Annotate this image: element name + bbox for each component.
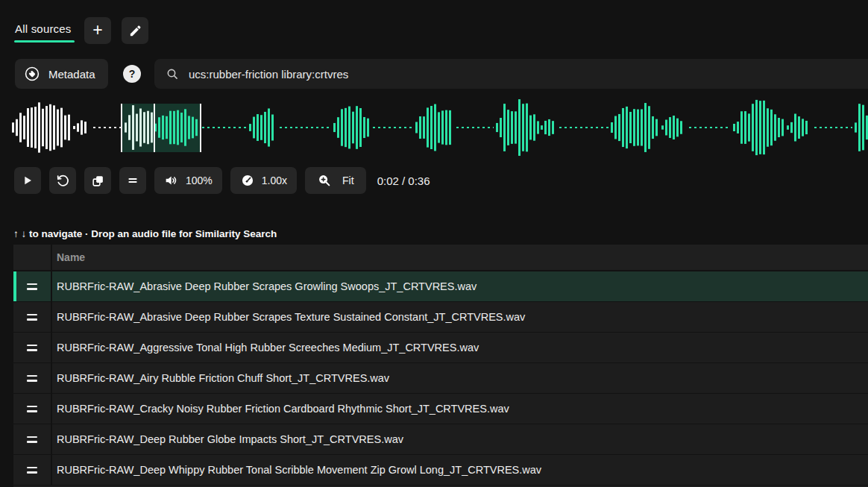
play-button[interactable] xyxy=(14,167,41,194)
search-icon xyxy=(165,66,180,81)
drag-handle-icon xyxy=(27,375,37,377)
drag-handle-icon xyxy=(27,283,37,286)
row-drag-handle[interactable] xyxy=(13,271,52,301)
metadata-filter-button[interactable]: Metadata xyxy=(15,59,108,89)
file-name: RUBRFric-RAW_Deep Whippy Rubber Tonal Sc… xyxy=(57,464,541,476)
speedometer-icon xyxy=(240,173,255,188)
search-bar xyxy=(154,59,868,89)
handle-column-header xyxy=(13,245,52,270)
volume-value: 100% xyxy=(186,175,213,186)
add-source-button[interactable]: + xyxy=(84,17,111,44)
drag-handle-icon xyxy=(27,467,37,469)
column-header-name[interactable]: Name xyxy=(52,245,868,270)
drag-handle-icon xyxy=(27,345,37,347)
file-name: RUBRFric-RAW_Cracky Noisy Rubber Frictio… xyxy=(57,403,509,415)
table-row[interactable]: RUBRFric-RAW_Cracky Noisy Rubber Frictio… xyxy=(13,394,868,424)
navigation-hint: ↑ ↓ to navigate · Drop an audio file for… xyxy=(13,228,277,239)
table-row[interactable]: RUBRFric-RAW_Deep Rubber Globe Impacts S… xyxy=(13,424,868,454)
equals-icon xyxy=(126,174,139,187)
tab-all-sources[interactable]: All sources xyxy=(15,22,72,35)
help-button[interactable]: ? xyxy=(123,65,141,83)
time-display: 0:02 / 0:36 xyxy=(377,175,430,187)
drag-handle-icon xyxy=(27,436,37,439)
table-body: RUBRFric-RAW_Abrasive Deep Rubber Scrape… xyxy=(13,271,868,487)
row-drag-handle[interactable] xyxy=(13,302,52,332)
file-name: RUBRFric-RAW_Airy Rubble Friction Chuff … xyxy=(57,372,389,384)
zoom-in-icon xyxy=(317,173,332,188)
playback-speed-button[interactable]: 1.00x xyxy=(230,167,297,194)
row-drag-handle[interactable] xyxy=(13,333,52,362)
table-row[interactable]: RUBRFric-RAW_Abrasive Deep Rubber Scrape… xyxy=(13,271,868,301)
plus-icon: + xyxy=(92,22,102,39)
table-row[interactable]: RUBRFric-RAW_Deep Whippy Rubber Tonal Sc… xyxy=(13,455,868,485)
question-mark-icon: ? xyxy=(129,68,136,80)
copy-button[interactable] xyxy=(84,167,111,194)
table-row[interactable]: RUBRFric-RAW_Airy Rubble Friction Chuff … xyxy=(13,363,868,393)
edit-sources-button[interactable] xyxy=(122,17,148,44)
row-drag-handle[interactable] xyxy=(13,424,52,454)
copy-icon xyxy=(91,174,105,188)
waveform-canvas[interactable] xyxy=(0,95,868,161)
drag-handle-icon xyxy=(27,314,37,316)
row-drag-handle[interactable] xyxy=(13,363,52,393)
row-drag-handle[interactable] xyxy=(13,394,52,424)
playhead[interactable] xyxy=(154,104,155,152)
file-name: RUBRFric-RAW_Abrasive Deep Rubber Scrape… xyxy=(57,311,525,323)
waveform xyxy=(0,95,868,161)
row-drag-handle[interactable] xyxy=(13,455,52,485)
search-input[interactable] xyxy=(187,67,868,81)
results-table: Name RUBRFric-RAW_Abrasive Deep Rubber S… xyxy=(13,245,868,487)
volume-button[interactable]: 100% xyxy=(154,167,222,194)
table-row[interactable]: RUBRFric-RAW_Aggressive Tonal High Rubbe… xyxy=(13,333,868,362)
file-name: RUBRFric-RAW_Abrasive Deep Rubber Scrape… xyxy=(57,280,477,292)
active-tab-underline xyxy=(14,40,75,43)
loop-button[interactable] xyxy=(49,167,76,194)
play-icon xyxy=(22,175,34,186)
pencil-icon xyxy=(128,24,142,38)
tab-all-sources-label: All sources xyxy=(15,22,72,35)
tag-icon xyxy=(24,66,40,82)
metadata-label: Metadata xyxy=(48,68,95,81)
transport-bar: 100% 1.00x Fit 0:02 / 0:36 xyxy=(14,167,430,194)
drag-handle-icon xyxy=(27,406,37,408)
table-row[interactable]: RUBRFric-RAW_Abrasive Deep Rubber Scrape… xyxy=(13,302,868,332)
file-name: RUBRFric-RAW_Deep Rubber Globe Impacts S… xyxy=(57,433,403,445)
table-header: Name xyxy=(13,245,868,270)
equals-button[interactable] xyxy=(119,167,146,194)
rotate-ccw-icon xyxy=(56,174,70,188)
zoom-mode-label: Fit xyxy=(342,175,354,186)
app-window: All sources + Metadata ? xyxy=(0,0,868,487)
speed-value: 1.00x xyxy=(262,175,287,186)
file-name: RUBRFric-RAW_Aggressive Tonal High Rubbe… xyxy=(57,342,479,354)
zoom-fit-button[interactable]: Fit xyxy=(305,167,366,194)
speaker-icon xyxy=(164,173,179,188)
